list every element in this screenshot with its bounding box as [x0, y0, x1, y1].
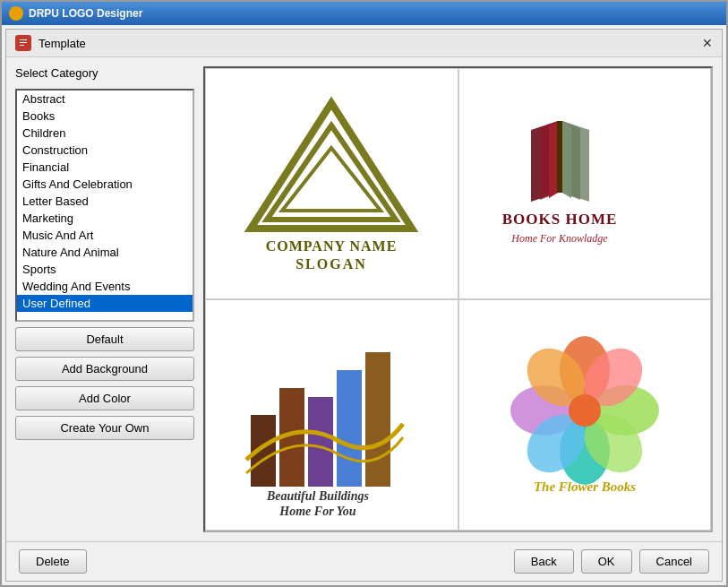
- title-bar: DRPU LOGO Designer: [2, 2, 726, 25]
- template-grid: COMPANY NAME SLOGAN: [203, 66, 713, 532]
- category-item-financial[interactable]: Financial: [17, 159, 193, 176]
- svg-point-34: [569, 394, 601, 427]
- add-background-button[interactable]: Add Background: [15, 357, 194, 381]
- add-color-button[interactable]: Add Color: [15, 386, 194, 410]
- ok-button[interactable]: OK: [581, 549, 632, 574]
- template-cell-buildings[interactable]: Beautiful Buildings Home For You: [205, 299, 458, 531]
- template-cell-books-home[interactable]: BOOKS HOME Home For Knowladge: [458, 68, 712, 299]
- category-item-letter[interactable]: Letter Based: [17, 193, 193, 210]
- delete-button[interactable]: Delete: [19, 549, 87, 574]
- default-button[interactable]: Default: [15, 327, 194, 351]
- category-item-wedding[interactable]: Wedding And Events: [17, 278, 193, 295]
- title-bar-left: DRPU LOGO Designer: [9, 6, 142, 21]
- category-list[interactable]: Abstract Books Children Construction Fin…: [15, 89, 194, 322]
- svg-text:Home For Knowladge: Home For Knowladge: [510, 232, 608, 245]
- select-category-label: Select Category: [15, 66, 194, 80]
- create-your-own-button[interactable]: Create Your Own: [15, 416, 194, 440]
- svg-rect-22: [337, 370, 362, 487]
- svg-marker-15: [562, 121, 571, 198]
- category-item-nature[interactable]: Nature And Animal: [17, 244, 193, 261]
- dialog-icon: [15, 35, 31, 51]
- main-window: DRPU LOGO Designer Template ✕ Select Cat…: [0, 0, 728, 587]
- template-cell-triangle[interactable]: COMPANY NAME SLOGAN: [205, 68, 458, 299]
- category-item-construction[interactable]: Construction: [17, 142, 193, 159]
- category-item-books[interactable]: Books: [17, 108, 193, 125]
- template-dialog: Template ✕ Select Category Abstract Book…: [5, 29, 723, 582]
- category-item-abstract[interactable]: Abstract: [17, 91, 193, 108]
- category-item-marketing[interactable]: Marketing: [17, 210, 193, 227]
- app-icon: [9, 6, 23, 21]
- svg-text:BOOKS HOME: BOOKS HOME: [501, 211, 617, 228]
- svg-text:Home For You: Home For You: [279, 505, 357, 518]
- svg-marker-12: [549, 121, 558, 198]
- svg-rect-2: [20, 42, 27, 43]
- category-item-children[interactable]: Children: [17, 125, 193, 142]
- svg-rect-23: [365, 352, 390, 487]
- svg-text:Beautiful Buildings: Beautiful Buildings: [266, 489, 370, 503]
- category-item-sports[interactable]: Sports: [17, 261, 193, 278]
- category-item-music[interactable]: Music And Art: [17, 227, 193, 244]
- dialog-close-button[interactable]: ✕: [702, 36, 713, 50]
- svg-text:The Flower Books: The Flower Books: [534, 479, 636, 494]
- bottom-right-buttons: Back OK Cancel: [514, 549, 709, 574]
- bottom-bar: Delete Back OK Cancel: [6, 541, 722, 581]
- svg-text:COMPANY NAME: COMPANY NAME: [266, 238, 398, 254]
- svg-text:SLOGAN: SLOGAN: [295, 256, 367, 272]
- svg-rect-1: [20, 39, 27, 40]
- svg-rect-16: [557, 121, 562, 193]
- dialog-title-bar: Template ✕: [6, 30, 722, 57]
- app-title: DRPU LOGO Designer: [29, 7, 142, 20]
- cancel-button[interactable]: Cancel: [639, 549, 709, 574]
- back-button[interactable]: Back: [514, 549, 574, 574]
- dialog-title-text: Template: [39, 37, 86, 50]
- svg-rect-21: [308, 397, 333, 487]
- category-item-user-defined[interactable]: User Defined: [17, 295, 193, 312]
- dialog-content: Select Category Abstract Books Children …: [6, 57, 722, 541]
- left-panel: Select Category Abstract Books Children …: [15, 66, 194, 532]
- category-item-gifts[interactable]: Gifts And Celebration: [17, 176, 193, 193]
- template-cell-flower-books[interactable]: The Flower Books: [458, 299, 712, 531]
- svg-rect-3: [20, 45, 24, 46]
